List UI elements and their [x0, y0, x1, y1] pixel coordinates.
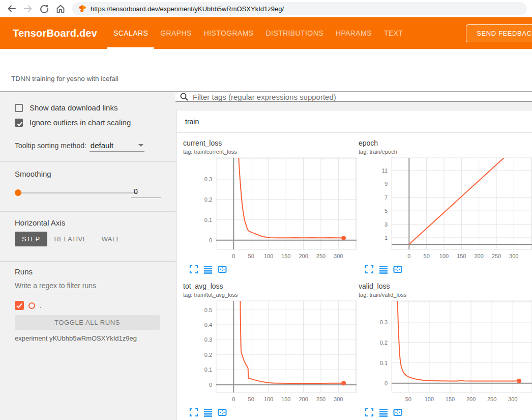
url-text: https://tensorboard.dev/experiment/yKUbh…: [91, 5, 284, 13]
caret-down-icon: [138, 144, 143, 147]
data-table-icon[interactable]: [379, 265, 388, 274]
svg-text:0: 0: [232, 253, 235, 259]
tab-scalars[interactable]: SCALARS: [107, 17, 154, 49]
expand-icon[interactable]: [189, 408, 198, 417]
home-icon[interactable]: [54, 2, 67, 15]
svg-text:7: 7: [385, 194, 388, 201]
expand-icon[interactable]: [189, 265, 198, 274]
svg-text:200: 200: [299, 253, 308, 259]
tensorboard-logo-icon: [78, 5, 86, 13]
svg-text:250: 250: [316, 253, 326, 259]
slider-thumb[interactable]: [15, 189, 21, 196]
svg-text:0.1: 0.1: [204, 217, 212, 223]
svg-text:11: 11: [382, 167, 388, 174]
smoothing-label: Smoothing: [15, 170, 51, 178]
horizontal-axis-label: Horizontal Axis: [15, 218, 65, 227]
tooltip-sorting-label: Tooltip sorting method:: [15, 142, 86, 150]
reload-icon[interactable]: [38, 2, 51, 15]
checkbox-unchecked[interactable]: [15, 104, 23, 112]
experiment-id: experiment yKUbhb5wRmOSXYkId1z9eg: [15, 334, 137, 342]
svg-text:150: 150: [281, 253, 290, 259]
section-header-train[interactable]: train: [177, 110, 532, 133]
slider-track[interactable]: [21, 192, 138, 193]
filter-tags-input[interactable]: Filter tags (regular expressions support…: [193, 93, 336, 101]
svg-text:250: 250: [492, 253, 501, 259]
back-icon[interactable]: [5, 2, 18, 15]
tab-graphs[interactable]: GRAPHS: [154, 17, 198, 49]
svg-text:50: 50: [248, 396, 254, 402]
forward-icon[interactable]: [21, 2, 35, 15]
url-bar[interactable]: https://tensorboard.dev/experiment/yKUbh…: [72, 2, 527, 15]
fit-domain-icon[interactable]: [218, 265, 227, 274]
chart-title: tot_avg_loss: [183, 282, 359, 290]
smoothing-value-field[interactable]: 0: [131, 187, 161, 198]
checkbox-checked[interactable]: [15, 119, 23, 127]
fit-domain-icon[interactable]: [218, 408, 227, 417]
checkbox-label: Show data download links: [29, 103, 117, 112]
tab-distributions[interactable]: DISTRIBUTIONS: [260, 17, 330, 49]
svg-text:200: 200: [299, 396, 308, 402]
chart-title: valid_loss: [359, 282, 532, 290]
svg-text:300: 300: [334, 396, 343, 402]
chart-action-bar: [359, 407, 532, 418]
run-checkbox[interactable]: [15, 301, 24, 310]
expand-icon[interactable]: [365, 408, 374, 417]
svg-text:0.5: 0.5: [204, 307, 212, 313]
svg-text:100: 100: [264, 396, 273, 402]
fit-domain-icon[interactable]: [393, 265, 402, 274]
line-chart[interactable]: 0501001502002503001357911: [359, 157, 532, 264]
data-table-icon[interactable]: [379, 408, 388, 417]
fit-domain-icon[interactable]: [393, 408, 402, 417]
axis-wall-button[interactable]: WALL: [95, 232, 128, 246]
line-chart[interactable]: 5010015020025030000.10.20.3: [359, 300, 532, 407]
line-chart[interactable]: 05010015020025030000.10.20.3: [183, 157, 359, 264]
run-name: .: [40, 302, 42, 310]
divider: [0, 161, 175, 162]
svg-text:0.3: 0.3: [204, 337, 212, 343]
select-value: default: [91, 141, 113, 150]
svg-text:1: 1: [385, 235, 388, 241]
ignore-outliers-checkbox[interactable]: Ignore outliers in chart scaling: [15, 118, 131, 127]
axis-step-button[interactable]: STEP: [15, 232, 47, 246]
svg-text:0: 0: [232, 396, 235, 402]
svg-text:200: 200: [474, 253, 483, 259]
divider: [0, 211, 175, 212]
checkbox-label: Ignore outliers in chart scaling: [29, 118, 131, 127]
chart-title: current_loss: [183, 139, 359, 147]
horizontal-axis-buttons: STEP RELATIVE WALL: [15, 232, 127, 246]
chart-tag: tag: train/tot_avg_loss: [183, 292, 359, 298]
chart-epoch: epoch tag: train/epoch 05010015020025030…: [359, 139, 532, 275]
svg-text:100: 100: [264, 253, 273, 259]
svg-text:0: 0: [385, 380, 388, 386]
data-table-icon[interactable]: [203, 265, 213, 274]
axis-relative-button[interactable]: RELATIVE: [47, 232, 95, 246]
svg-text:0.4: 0.4: [204, 322, 212, 328]
svg-text:50: 50: [248, 253, 254, 259]
filter-tags-row: Filter tags (regular expressions support…: [175, 92, 532, 102]
tab-text[interactable]: TEXT: [378, 17, 409, 49]
line-chart[interactable]: 05010015020025030000.10.20.30.40.5: [183, 300, 359, 407]
tab-hparams[interactable]: HPARAMS: [330, 17, 378, 49]
toggle-all-runs-button[interactable]: TOGGLE ALL RUNS: [15, 315, 160, 330]
app-header: TensorBoard.dev SCALARS GRAPHS HISTOGRAM…: [0, 17, 532, 49]
chart-tot-avg-loss: tot_avg_loss tag: train/tot_avg_loss 050…: [183, 282, 359, 418]
svg-text:150: 150: [281, 396, 290, 402]
svg-text:200: 200: [466, 396, 476, 402]
tooltip-sorting-row: Tooltip sorting method: default: [15, 141, 144, 152]
svg-text:5: 5: [385, 208, 388, 214]
dashboard-scroll-area[interactable]: train current_loss tag: train/current_lo…: [175, 102, 532, 420]
chart-tag: tag: train/valid_loss: [359, 292, 532, 298]
svg-text:300: 300: [509, 253, 518, 259]
send-feedback-button[interactable]: SEND FEEDBACK: [466, 24, 532, 42]
data-table-icon[interactable]: [203, 408, 213, 417]
chart-action-bar: [359, 264, 532, 275]
svg-text:100: 100: [439, 253, 449, 259]
runs-filter-input[interactable]: Write a regex to filter runs: [15, 282, 161, 294]
svg-text:0.2: 0.2: [380, 340, 388, 346]
brand-logo[interactable]: TensorBoard.dev: [0, 17, 97, 49]
train-section-card: train current_loss tag: train/current_lo…: [176, 110, 532, 420]
show-download-links-checkbox[interactable]: Show data download links: [15, 103, 117, 112]
tab-histograms[interactable]: HISTOGRAMS: [198, 17, 260, 49]
expand-icon[interactable]: [365, 265, 374, 274]
tooltip-sorting-select[interactable]: default: [90, 141, 144, 152]
